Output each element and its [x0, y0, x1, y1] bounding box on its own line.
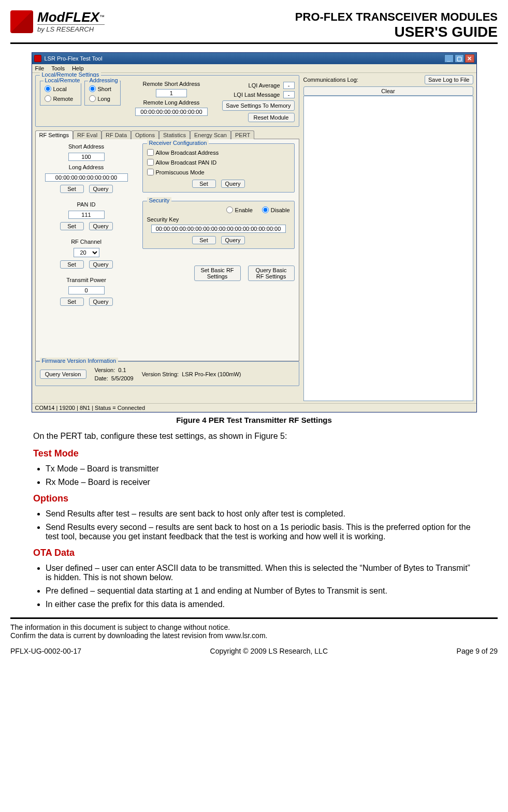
list-ota: User defined – user can enter ASCII data…: [33, 564, 475, 609]
addr-set-button[interactable]: Set: [60, 185, 84, 193]
security-key-input[interactable]: [151, 225, 286, 233]
security-legend: Security: [147, 197, 172, 203]
intro-paragraph: On the PERT tab, configure these test se…: [33, 432, 475, 441]
receiver-config-legend: Receiver Configuration: [147, 140, 209, 146]
tab-options[interactable]: Options: [131, 130, 159, 139]
radio-long[interactable]: Long: [89, 95, 116, 102]
logo-sub: by LS RESEARCH: [37, 24, 105, 33]
addressing-legend: Addressing: [88, 77, 120, 83]
doc-title: PRO-FLEX TRANSCEIVER MODULES USER'S GUID…: [295, 10, 498, 40]
txpwr-query-button[interactable]: Query: [89, 298, 113, 306]
pan-id-input[interactable]: [68, 211, 105, 219]
heading-options: Options: [33, 493, 475, 504]
minimize-button[interactable]: _: [444, 54, 454, 63]
window-title: LSR Pro-Flex Test Tool: [45, 55, 103, 62]
body-text: On the PERT tab, configure these test se…: [33, 432, 475, 609]
security-enable[interactable]: Enable: [226, 206, 253, 213]
sec-query-button[interactable]: Query: [221, 236, 245, 244]
short-addr-input[interactable]: [68, 153, 105, 161]
short-addr-label: Short Address: [68, 143, 104, 150]
logo-icon: [10, 10, 33, 33]
document-header: ModFLEX™ by LS RESEARCH PRO-FLEX TRANSCE…: [10, 10, 498, 44]
tx-power-input[interactable]: [68, 286, 105, 294]
chk-allow-bcast-pan[interactable]: Allow Broadcast PAN ID: [147, 159, 290, 166]
sec-set-button[interactable]: Set: [192, 236, 216, 244]
radio-remote[interactable]: Remote: [45, 95, 77, 102]
footer-page: Page 9 of 29: [457, 647, 498, 655]
comms-log-area[interactable]: [303, 96, 473, 401]
rf-channel-select[interactable]: 20: [74, 248, 99, 257]
firmware-version-group: Firmware Version Information Query Versi…: [35, 361, 299, 386]
list-item: Send Results every second – results are …: [46, 523, 475, 541]
chk-allow-bcast-addr[interactable]: Allow Broadcast Address: [147, 149, 290, 156]
query-version-button[interactable]: Query Version: [40, 370, 86, 379]
query-basic-rf-button[interactable]: Query Basic RF Settings: [248, 265, 295, 281]
logo-main: ModFLEX: [37, 9, 99, 25]
tab-rf-data[interactable]: RF Data: [101, 130, 131, 139]
security-disable[interactable]: Disable: [262, 206, 290, 213]
logo-tm: ™: [99, 14, 105, 20]
set-basic-rf-button[interactable]: Set Basic RF Settings: [194, 265, 241, 281]
pan-id-label: PAN ID: [77, 201, 96, 208]
local-remote-group: Local/Remote Local Remote: [40, 81, 81, 106]
app-icon: [34, 55, 41, 62]
clear-log-button[interactable]: Clear: [303, 86, 473, 96]
chk-promiscuous[interactable]: Promiscuous Mode: [147, 169, 290, 175]
addressing-group: Addressing Short Long: [84, 81, 121, 106]
footer-copyright: Copyright © 2009 LS Research, LLC: [210, 647, 328, 655]
remote-short-input[interactable]: [156, 89, 187, 97]
menu-tools[interactable]: Tools: [51, 65, 65, 71]
fw-version-value: 0.1: [118, 367, 126, 373]
close-button[interactable]: ✕: [465, 54, 474, 63]
menu-file[interactable]: File: [35, 65, 45, 71]
long-addr-input[interactable]: [45, 173, 128, 182]
list-item: In either case the prefix for this data …: [46, 600, 475, 609]
pan-query-button[interactable]: Query: [89, 222, 113, 230]
tab-rf-settings[interactable]: RF Settings: [35, 130, 73, 139]
txpwr-set-button[interactable]: Set: [60, 298, 84, 306]
fw-date-label: Date:: [95, 375, 108, 381]
fw-vstring-label: Version String:: [142, 371, 179, 377]
tab-energy-scan[interactable]: Energy Scan: [190, 130, 231, 139]
tx-power-label: Transmit Power: [66, 277, 106, 283]
tab-pert[interactable]: PERT: [231, 130, 254, 139]
footer-note-1: The information in this document is subj…: [10, 623, 498, 631]
doc-title-line1: PRO-FLEX TRANSCEIVER MODULES: [295, 10, 498, 24]
doc-title-line2: USER'S GUIDE: [295, 24, 498, 40]
heading-ota: OTA Data: [33, 548, 475, 558]
menu-help[interactable]: Help: [72, 65, 84, 71]
lqi-avg-label: LQI Average: [249, 82, 280, 88]
remote-short-label: Remote Short Address: [143, 81, 200, 87]
remote-long-input[interactable]: [135, 108, 208, 116]
logo-block: ModFLEX™ by LS RESEARCH: [10, 10, 105, 33]
document-footer: The information in this document is subj…: [10, 617, 498, 655]
receiver-config-group: Receiver Configuration Allow Broadcast A…: [142, 143, 295, 193]
footer-note-2: Confirm the data is current by downloadi…: [10, 631, 498, 640]
list-item: Rx Mode – Board is receiver: [46, 478, 475, 487]
chan-query-button[interactable]: Query: [89, 260, 113, 269]
save-log-button[interactable]: Save Log to File: [425, 75, 473, 84]
reset-module-button[interactable]: Reset Module: [248, 113, 295, 122]
figure-caption: Figure 4 PER Test Transmitter RF Setting…: [10, 416, 498, 424]
remote-long-label: Remote Long Address: [143, 99, 200, 106]
radio-local[interactable]: Local: [45, 85, 77, 92]
pan-set-button[interactable]: Set: [60, 222, 84, 230]
save-settings-button[interactable]: Save Settings To Memory: [222, 100, 294, 111]
lqi-avg-value: -: [283, 82, 295, 89]
tab-statistics[interactable]: Statistics: [159, 130, 190, 139]
addr-query-button[interactable]: Query: [89, 185, 113, 193]
heading-test-mode: Test Mode: [33, 448, 475, 459]
radio-short[interactable]: Short: [89, 85, 116, 92]
recv-set-button[interactable]: Set: [192, 180, 216, 188]
tab-rf-eval[interactable]: RF Eval: [73, 130, 101, 139]
list-item: Tx Mode – Board is transmitter: [46, 464, 475, 474]
lqi-last-value: -: [283, 91, 295, 98]
security-key-label: Security Key: [147, 216, 179, 223]
chan-set-button[interactable]: Set: [60, 260, 84, 269]
lqi-last-label: LQI Last Message: [234, 92, 280, 98]
recv-query-button[interactable]: Query: [221, 180, 245, 188]
comms-log-label: Communications Log:: [303, 77, 358, 83]
local-remote-settings-group: Local/Remote Settings Local/Remote Local…: [35, 75, 299, 127]
long-addr-label: Long Address: [69, 164, 104, 170]
maximize-button[interactable]: ▢: [455, 54, 464, 63]
